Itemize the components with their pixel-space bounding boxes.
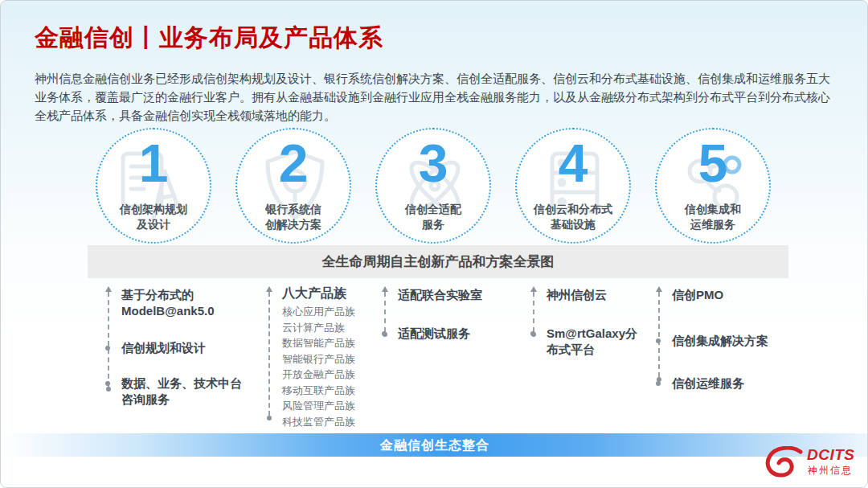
pillar-label: 信创架构规划 及设计 — [97, 202, 210, 232]
slide: 金融信创丨业务布局及产品体系 神州信息金融信创业务已经形成信创架构规划及设计、银… — [0, 0, 868, 488]
pillar-number: 5 — [657, 134, 769, 192]
pillar-number: 2 — [237, 134, 350, 192]
column-product-families: 八大产品族 核心应用产品族 云计算产品族 数据智能产品族 智能银行产品族 开放金… — [268, 284, 389, 429]
dcits-logo: DCITS 神州信息 — [761, 444, 862, 484]
pillar-label: 银行系统信 创解决方案 — [237, 202, 350, 232]
column-cloud-platform: 神州信创云 Sm@rtGalaxy分 布式平台 — [533, 284, 653, 358]
dcits-brand-text: DCITS — [807, 446, 855, 464]
list-item: 信创集成解决方案 — [672, 333, 795, 349]
timeline-dashed-line — [268, 292, 270, 416]
column-header: 八大产品族 — [282, 285, 389, 301]
panorama-header-banner: 全生命周期自主创新产品和方案全景图 — [88, 245, 788, 278]
list-item: 信创PMO — [672, 287, 795, 303]
pillar-number: 4 — [517, 134, 629, 192]
dcits-swirl-icon — [764, 446, 803, 478]
list-item: 智能银行产品族 — [282, 351, 389, 367]
pillar-architecture: 1 信创架构规划 及设计 — [96, 128, 211, 244]
panorama-header-text: 全生命周期自主创新产品和方案全景图 — [322, 254, 555, 269]
pillar-label: 信创集成和 运维服务 — [657, 202, 769, 232]
list-item: 科技监管产品族 — [282, 414, 389, 430]
list-item: 信创运维服务 — [672, 375, 795, 392]
list-item: 数据、业务、技术中台 咨询服务 — [121, 375, 268, 408]
ecosystem-banner: 金融信创生态整合 — [1, 433, 868, 457]
column-integration-services: 信创PMO 信创集成解决方案 信创运维服务 — [658, 284, 795, 392]
pillar-banking-solution: 2 银行系统信 创解决方案 — [235, 128, 351, 244]
list-item: Sm@rtGalaxy分 布式平台 — [547, 326, 653, 358]
list-item: 核心应用产品族 — [282, 304, 389, 320]
list-item: 神州信创云 — [547, 287, 653, 303]
list-item: 适配联合实验室 — [398, 287, 513, 303]
pillar-number: 3 — [377, 134, 489, 192]
intro-paragraph: 神州信息金融信创业务已经形成信创架构规划及设计、银行系统信创解决方案、信创全适配… — [35, 69, 841, 125]
column-architecture: 基于分布式的 ModelB@ank5.0 信创规划和设计 数据、业务、技术中台 … — [108, 284, 268, 408]
timeline-dashed-line — [658, 292, 660, 377]
list-item: 风险管理产品族 — [282, 398, 389, 414]
list-item: 数据智能产品族 — [282, 335, 389, 351]
pillar-number: 1 — [97, 134, 210, 192]
timeline-dashed-line — [533, 292, 534, 332]
pillar-integration-ops: 5 信创集成和 运维服务 — [655, 128, 771, 244]
list-item: 适配测试服务 — [398, 326, 513, 342]
pillar-label: 信创全适配 服务 — [377, 202, 489, 232]
list-item: 移动互联产品族 — [282, 383, 389, 399]
list-item: 基于分布式的 ModelB@ank5.0 — [121, 287, 268, 319]
list-item: 云计算产品族 — [282, 320, 389, 336]
pillar-cloud-infra: 4 信创云和分布式 基础设施 — [515, 128, 631, 244]
pillar-adaptation: 3 信创全适配 服务 — [375, 128, 491, 244]
list-item: 开放金融产品族 — [282, 367, 389, 383]
ecosystem-banner-text: 金融信创生态整合 — [380, 438, 489, 452]
timeline-dashed-line — [108, 292, 109, 387]
timeline-dashed-line — [384, 292, 386, 332]
column-adaptation-services: 适配联合实验室 适配测试服务 — [384, 284, 513, 342]
list-item: 信创规划和设计 — [121, 340, 268, 356]
pillar-label: 信创云和分布式 基础设施 — [517, 202, 629, 232]
dcits-brand-cn-text: 神州信息 — [808, 464, 853, 478]
page-title: 金融信创丨业务布局及产品体系 — [35, 22, 383, 55]
